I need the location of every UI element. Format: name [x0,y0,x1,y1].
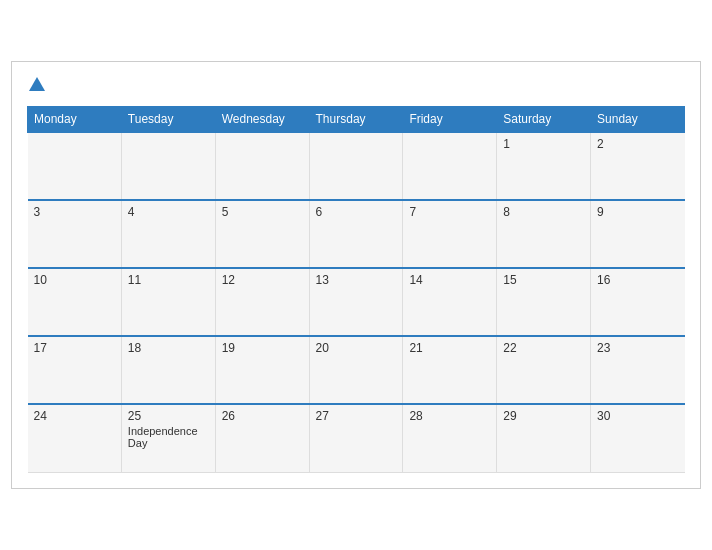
week-row-2: 3456789 [28,200,685,268]
calendar-cell: 9 [591,200,685,268]
week-row-3: 10111213141516 [28,268,685,336]
day-event: Independence Day [128,425,209,449]
day-number: 3 [34,205,115,219]
calendar-cell: 27 [309,404,403,472]
calendar-cell: 2 [591,132,685,200]
calendar-cell [121,132,215,200]
weekday-header-row: MondayTuesdayWednesdayThursdayFridaySatu… [28,107,685,133]
day-number: 10 [34,273,115,287]
calendar-cell: 16 [591,268,685,336]
calendar-cell: 8 [497,200,591,268]
calendar-cell: 1 [497,132,591,200]
week-row-4: 17181920212223 [28,336,685,404]
weekday-header-monday: Monday [28,107,122,133]
calendar-header [27,72,685,96]
day-number: 8 [503,205,584,219]
day-number: 12 [222,273,303,287]
day-number: 9 [597,205,678,219]
calendar-cell: 5 [215,200,309,268]
calendar-cell: 23 [591,336,685,404]
calendar-cell: 11 [121,268,215,336]
day-number: 19 [222,341,303,355]
day-number: 30 [597,409,678,423]
calendar-cell [28,132,122,200]
calendar-cell: 19 [215,336,309,404]
calendar-grid: MondayTuesdayWednesdayThursdayFridaySatu… [27,106,685,473]
weekday-header-friday: Friday [403,107,497,133]
calendar-cell: 12 [215,268,309,336]
day-number: 16 [597,273,678,287]
calendar-cell: 21 [403,336,497,404]
weekday-header-saturday: Saturday [497,107,591,133]
calendar-cell: 17 [28,336,122,404]
day-number: 7 [409,205,490,219]
weekday-header-wednesday: Wednesday [215,107,309,133]
calendar-cell: 30 [591,404,685,472]
day-number: 2 [597,137,678,151]
calendar-container: MondayTuesdayWednesdayThursdayFridaySatu… [11,61,701,489]
calendar-cell: 28 [403,404,497,472]
day-number: 4 [128,205,209,219]
calendar-cell: 7 [403,200,497,268]
calendar-cell: 4 [121,200,215,268]
calendar-cell: 10 [28,268,122,336]
week-row-5: 2425Independence Day2627282930 [28,404,685,472]
day-number: 1 [503,137,584,151]
day-number: 17 [34,341,115,355]
calendar-cell [215,132,309,200]
day-number: 18 [128,341,209,355]
day-number: 22 [503,341,584,355]
day-number: 26 [222,409,303,423]
calendar-cell: 6 [309,200,403,268]
day-number: 23 [597,341,678,355]
day-number: 25 [128,409,209,423]
calendar-cell: 3 [28,200,122,268]
day-number: 20 [316,341,397,355]
calendar-cell: 24 [28,404,122,472]
weekday-header-sunday: Sunday [591,107,685,133]
day-number: 5 [222,205,303,219]
logo-triangle-icon [29,77,45,91]
calendar-cell: 15 [497,268,591,336]
day-number: 14 [409,273,490,287]
day-number: 13 [316,273,397,287]
calendar-cell: 20 [309,336,403,404]
calendar-cell: 13 [309,268,403,336]
calendar-cell: 18 [121,336,215,404]
week-row-1: 12 [28,132,685,200]
calendar-cell: 22 [497,336,591,404]
logo [27,77,47,91]
day-number: 11 [128,273,209,287]
day-number: 6 [316,205,397,219]
day-number: 27 [316,409,397,423]
calendar-cell: 26 [215,404,309,472]
weekday-header-tuesday: Tuesday [121,107,215,133]
day-number: 28 [409,409,490,423]
calendar-cell [309,132,403,200]
day-number: 15 [503,273,584,287]
weekday-header-thursday: Thursday [309,107,403,133]
calendar-cell [403,132,497,200]
day-number: 24 [34,409,115,423]
day-number: 21 [409,341,490,355]
calendar-cell: 25Independence Day [121,404,215,472]
calendar-cell: 14 [403,268,497,336]
day-number: 29 [503,409,584,423]
calendar-cell: 29 [497,404,591,472]
